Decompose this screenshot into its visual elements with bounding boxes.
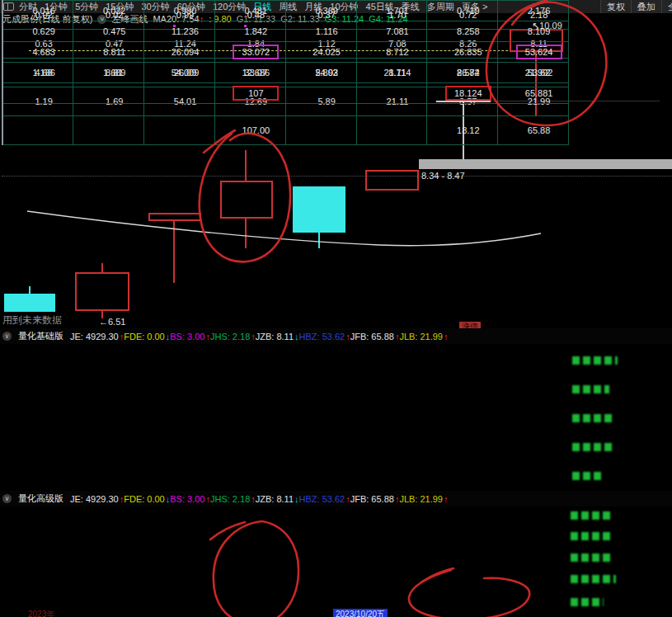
stat-jzb: JZB: 8.11↓ bbox=[256, 332, 299, 341]
low-price-annotation: ←6.51 bbox=[99, 317, 125, 327]
stat-je: JE: 4929.30↑ bbox=[70, 494, 124, 504]
table-cell: 8.258 bbox=[427, 21, 498, 42]
indicator-stats: JE: 4929.30↑FDE: 0.00↓BS: 3.00↑JHS: 2.18… bbox=[70, 332, 448, 341]
blurred-green-annotation bbox=[572, 443, 612, 451]
collapse-icon[interactable]: ∨ bbox=[2, 494, 12, 503]
menu-right: 复权叠加全 bbox=[600, 0, 672, 13]
candle-wick bbox=[101, 263, 103, 272]
blurred-green-annotation bbox=[572, 472, 604, 480]
highlight-box-purple: 53.624 bbox=[516, 45, 562, 59]
table-cell bbox=[2, 116, 73, 145]
table-cell: 8.572 bbox=[427, 63, 498, 83]
section-title: 量化高级版 bbox=[18, 492, 63, 505]
menu-right-button-1[interactable]: 叠加 bbox=[631, 0, 661, 13]
up-arrow-icon: ↑ bbox=[251, 332, 256, 341]
table-cell: 7.081 bbox=[356, 21, 427, 42]
table-cell: 4.683 bbox=[2, 42, 73, 63]
table-row: 107.0018.1265.88 bbox=[2, 116, 569, 145]
table-cell bbox=[356, 83, 427, 104]
up-arrow-icon: ↑ bbox=[444, 332, 449, 341]
candle-body-up bbox=[148, 213, 201, 221]
table-cell: 8.811 bbox=[73, 42, 144, 63]
candle-body-up bbox=[365, 170, 419, 191]
table-cell: 8.712 bbox=[356, 42, 427, 63]
table-cell: 65.88 bbox=[498, 116, 569, 145]
candle-wick bbox=[29, 286, 31, 294]
stat-jfb: JFB: 65.88↑ bbox=[350, 494, 400, 504]
highlight-box-red: 18.124 bbox=[445, 86, 491, 101]
table-cell: 18.12 bbox=[427, 116, 498, 145]
table-cell bbox=[73, 83, 144, 104]
table-cell: 11.236 bbox=[144, 21, 215, 42]
stat-fde: FDE: 0.00↓ bbox=[124, 332, 170, 341]
table-row: 4.6838.81126.09433.07224.0258.71226.8355… bbox=[2, 42, 569, 63]
up-arrow-icon: ↑ bbox=[345, 494, 350, 504]
blurred-green-annotation bbox=[571, 511, 612, 520]
candle-body-up bbox=[220, 181, 273, 219]
indicator-stats: JE: 4929.30↑FDE: 0.00↓BS: 3.00↑JHS: 2.18… bbox=[70, 494, 448, 504]
table-cell: 0.629 bbox=[2, 21, 73, 42]
table-cell: 1.701 bbox=[356, 1, 427, 21]
up-arrow-icon: ↑ bbox=[345, 332, 350, 341]
stat-jzb: JZB: 8.11↓ bbox=[256, 494, 299, 504]
table-cell: 21.992 bbox=[498, 63, 569, 83]
table-cell bbox=[144, 116, 215, 145]
quant-advanced-table: 0.0160.0220.9900.4810.3691.7010.7192.176… bbox=[2, 0, 569, 104]
table-cell bbox=[144, 83, 215, 104]
collapse-icon[interactable]: ∨ bbox=[2, 332, 12, 341]
table-cell bbox=[73, 116, 144, 145]
hand-drawn-circle-column bbox=[214, 521, 298, 617]
menu-right-button-0[interactable]: 复权 bbox=[600, 0, 631, 13]
table-cell: 18.124 bbox=[427, 83, 498, 104]
blurred-green-annotation bbox=[572, 356, 618, 365]
gray-price-bar bbox=[419, 159, 672, 169]
table-cell: 0.719 bbox=[427, 1, 498, 21]
table-cell bbox=[285, 116, 356, 145]
table-cell: 0.475 bbox=[73, 21, 144, 42]
down-arrow-icon: ↓ bbox=[294, 332, 299, 341]
table-cell: 0.369 bbox=[285, 1, 356, 21]
up-arrow-icon: ↑ bbox=[251, 494, 256, 504]
down-arrow-icon: ↓ bbox=[294, 494, 299, 504]
table-row: 0.0160.0220.9900.4810.3691.7010.7192.176 bbox=[2, 1, 569, 21]
hand-drawn-tail bbox=[210, 522, 245, 539]
table-cell: 33.072 bbox=[214, 42, 285, 63]
candle-wick bbox=[173, 221, 175, 283]
axis-year-label: 2023年 bbox=[28, 609, 54, 617]
hand-drawn-circle-cell bbox=[409, 570, 529, 617]
table-row: 0.6290.47511.2361.8421.1167.0818.2588.10… bbox=[2, 21, 569, 42]
table-cell: 0.016 bbox=[2, 1, 73, 21]
stat-jfb: JFB: 65.88↑ bbox=[350, 332, 400, 341]
axis-date-label[interactable]: 2023/10/20五 bbox=[333, 609, 388, 617]
white-dotted-level-line bbox=[2, 176, 671, 177]
section-header-advanced: ∨ 量化高级版 JE: 4929.30↑FDE: 0.00↓BS: 3.00↑J… bbox=[0, 491, 672, 506]
table-cell bbox=[285, 83, 356, 104]
section-header-basic: ∨ 量化基础版 JE: 4929.30↑FDE: 0.00↓BS: 3.00↑J… bbox=[0, 328, 672, 344]
blurred-green-annotation bbox=[572, 414, 613, 422]
blurred-green-annotation bbox=[571, 598, 604, 606]
table-cell: 12.686 bbox=[214, 63, 285, 83]
menu-right-button-2[interactable]: 全 bbox=[661, 0, 672, 13]
table-cell: 107 bbox=[214, 83, 285, 104]
range-label: 8.34 - 8.47 bbox=[421, 171, 465, 181]
stat-hbz: HBZ: 53.62↑ bbox=[299, 332, 350, 341]
candle-wick bbox=[318, 233, 320, 248]
table-cell: 1.186 bbox=[2, 63, 73, 83]
table-cell: 24.025 bbox=[285, 42, 356, 63]
table-cell: 0.022 bbox=[73, 1, 144, 21]
table-cell: 1.689 bbox=[73, 63, 144, 83]
table-cell: 0.990 bbox=[144, 1, 215, 21]
table-cell: 65.881 bbox=[498, 83, 569, 104]
stat-fde: FDE: 0.00↓ bbox=[124, 494, 170, 504]
table-cell: 54.009 bbox=[144, 63, 215, 83]
table-cell: 5.893 bbox=[285, 63, 356, 83]
table-cell bbox=[2, 83, 73, 104]
future-data-note: 用到未来数据 bbox=[2, 313, 62, 327]
candle-wick bbox=[245, 150, 247, 181]
table-cell: 53.624 bbox=[498, 42, 569, 63]
table-cell: 1.116 bbox=[285, 21, 356, 42]
table-cell: 26.094 bbox=[144, 42, 215, 63]
candle-wick bbox=[245, 219, 247, 248]
stat-bs: BS: 3.00↑ bbox=[170, 332, 210, 341]
highlight-box-purple: 33.072 bbox=[233, 45, 279, 59]
